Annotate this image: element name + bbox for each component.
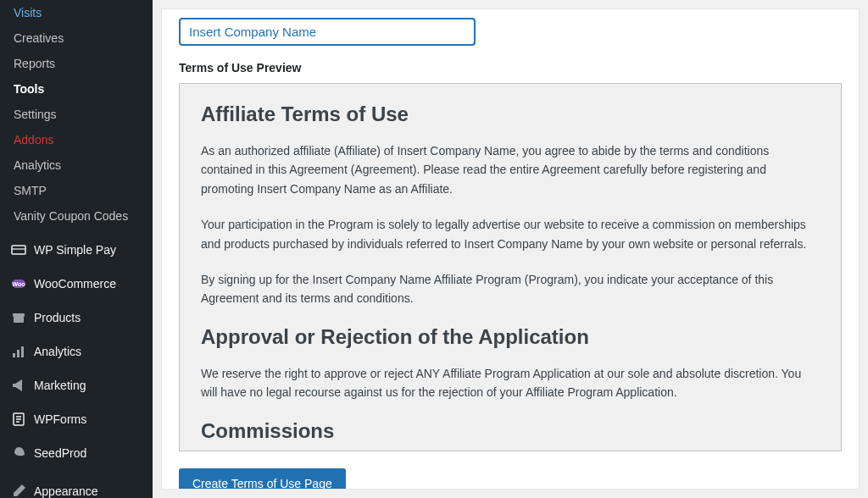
terms-preview-box: Affiliate Terms of Use As an authorized … [179, 83, 842, 451]
sidebar-item-label: Reports [14, 57, 55, 70]
sidebar-item-label: SeedProd [34, 446, 86, 460]
sidebar-item-marketing[interactable]: Marketing [0, 368, 153, 402]
svg-text:Woo: Woo [12, 281, 25, 287]
sidebar-item-smtp[interactable]: SMTP [0, 178, 153, 203]
svg-rect-8 [21, 346, 24, 357]
sidebar-item-wpsimplepay[interactable]: WP Simple Pay [0, 233, 153, 267]
megaphone-icon [10, 377, 27, 394]
chart-bar-icon [10, 343, 27, 360]
terms-paragraph: We reserve the right to approve or rejec… [201, 364, 820, 402]
create-terms-button[interactable]: Create Terms of Use Page [179, 468, 346, 490]
sidebar-item-analytics-sub[interactable]: Analytics [0, 152, 153, 178]
woo-icon: Woo [10, 275, 27, 292]
archive-icon [10, 309, 27, 326]
terms-heading: Approval or Rejection of the Application [201, 325, 820, 349]
svg-rect-7 [17, 350, 19, 357]
sidebar-item-label: Analytics [14, 158, 61, 172]
sidebar-item-creatives[interactable]: Creatives [0, 25, 153, 51]
sidebar-item-label: Tools [14, 82, 44, 96]
sidebar-item-label: Addons [14, 133, 53, 147]
sidebar-item-appearance[interactable]: Appearance [0, 474, 153, 498]
brush-icon [10, 483, 27, 498]
sidebar-item-visits[interactable]: Visits [0, 0, 153, 25]
sidebar-item-tools[interactable]: Tools [0, 76, 153, 102]
sidebar-submenu: Visits Creatives Reports Tools Settings … [0, 0, 153, 229]
svg-rect-6 [13, 353, 15, 357]
sidebar-item-label: Appearance [34, 484, 98, 498]
sidebar-item-analytics[interactable]: Analytics [0, 335, 153, 368]
sidebar-item-addons[interactable]: Addons [0, 127, 153, 152]
sidebar-item-label: WP Simple Pay [34, 243, 116, 257]
sidebar-item-label: Analytics [34, 345, 81, 358]
sidebar-item-label: SMTP [14, 184, 47, 197]
sidebar-item-vanity-coupon[interactable]: Vanity Coupon Codes [0, 203, 153, 229]
sidebar-item-label: Marketing [34, 379, 86, 392]
sidebar-item-label: Vanity Coupon Codes [14, 209, 128, 223]
sidebar-item-woocommerce[interactable]: Woo WooCommerce [0, 267, 153, 301]
sidebar-item-label: WooCommerce [34, 277, 116, 290]
sidebar-item-wpforms[interactable]: WPForms [0, 402, 153, 436]
terms-paragraph: As an authorized affiliate (Affiliate) o… [201, 141, 820, 198]
svg-rect-5 [14, 317, 24, 323]
leaf-icon [10, 445, 27, 462]
terms-paragraph: Your participation in the Program is sol… [201, 215, 820, 253]
svg-rect-4 [13, 313, 25, 317]
preview-label: Terms of Use Preview [179, 61, 842, 75]
terms-heading: Commissions [201, 419, 820, 443]
sidebar-item-label: WPForms [34, 412, 86, 426]
credit-card-icon [10, 241, 27, 258]
sidebar-item-label: Settings [14, 108, 57, 121]
sidebar-item-reports[interactable]: Reports [0, 51, 153, 76]
form-icon [10, 411, 27, 428]
admin-sidebar: Visits Creatives Reports Tools Settings … [0, 0, 153, 498]
svg-rect-1 [12, 248, 25, 250]
terms-heading: Affiliate Terms of Use [201, 102, 820, 126]
sidebar-item-products[interactable]: Products [0, 301, 153, 335]
sidebar-item-label: Visits [14, 6, 42, 19]
sidebar-item-settings[interactable]: Settings [0, 102, 153, 127]
sidebar-item-label: Creatives [14, 31, 64, 45]
sidebar-item-seedprod[interactable]: SeedProd [0, 436, 153, 470]
main-content: Terms of Use Preview Affiliate Terms of … [161, 8, 860, 490]
terms-paragraph: By signing up for the Insert Company Nam… [201, 270, 820, 308]
sidebar-item-label: Products [34, 311, 81, 324]
company-name-input[interactable] [179, 18, 476, 46]
sidebar-main-menu: WP Simple Pay Woo WooCommerce Products A… [0, 233, 153, 498]
